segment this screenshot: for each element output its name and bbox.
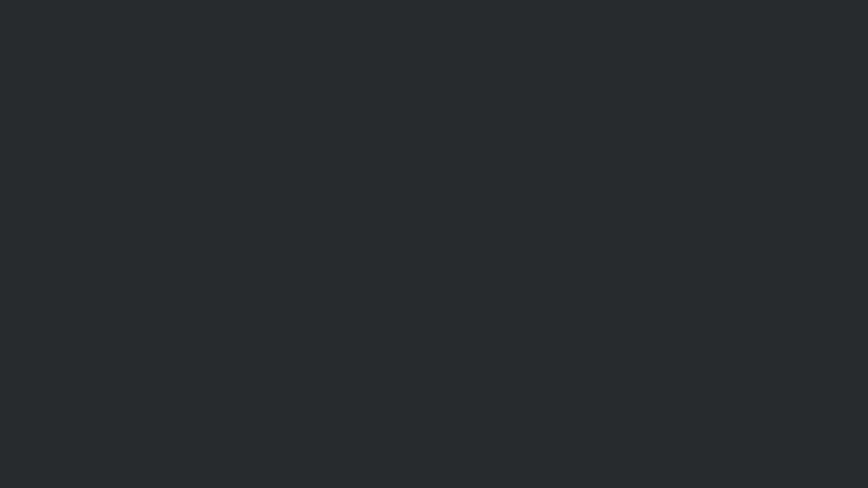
daw-window [0, 0, 868, 488]
